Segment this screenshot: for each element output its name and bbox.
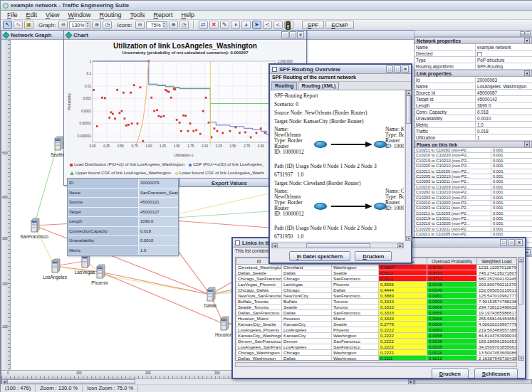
menu-window[interactable]: Window [64,11,94,18]
property-row[interactable]: Directed [414,51,532,57]
pie-chart-icon[interactable]: ◕ [241,21,251,29]
property-row[interactable]: Nameexample network [414,44,532,51]
traffic-light-icon[interactable] [284,21,293,29]
menu-view[interactable]: View [42,11,63,18]
scroll-up-icon[interactable]: ▲ [518,257,524,262]
print-button[interactable]: Drucken [432,369,469,378]
save-to-file-button[interactable]: In Datei speichern [289,251,351,261]
scroll-thumb[interactable] [518,262,523,304]
collapse-icon[interactable]: ▾ [524,142,530,147]
close-icon[interactable]: ✕ [402,65,409,73]
section-header-1[interactable]: Link properties▾ [414,70,532,77]
table-row[interactable]: Houston_MiamiHoustonMiami0,33330,0066255… [236,316,517,322]
graph-zoom-spinner[interactable]: 130%▲▼ [69,21,90,29]
tab-routing-xml-[interactable]: Routing (XML) [298,82,339,90]
menu-routing[interactable]: Routing [95,11,125,18]
compare-icon[interactable]: < [273,21,283,29]
table-row[interactable]: KansasCity_WashingtonKansasCityWashingto… [236,333,517,339]
table-row[interactable]: Dallas_SeattleDallasSeattle0,61110,97237… [236,270,517,276]
scroll-thumb[interactable] [406,95,411,124]
spf-button[interactable]: SPF [302,21,325,29]
close-button[interactable]: Schliessen [474,369,518,378]
print-button[interactable]: Drucken [355,251,392,261]
menu-help[interactable]: Help [177,11,198,18]
minimize-icon[interactable]: □ [386,65,393,73]
property-row[interactable]: NameLosAngeles_Washington [414,83,532,90]
table-row[interactable]: Buffalo_TorontoBuffaloToronto0,33330,000… [236,299,517,304]
table-row[interactable]: Chicago_DallasChicagoDallas0,44440,01401… [236,287,517,293]
close-icon[interactable]: ✕ [297,31,304,38]
scroll-right-icon[interactable]: ▶ [397,243,403,248]
maximize-icon[interactable]: □ [508,239,515,246]
property-row[interactable]: C10210 to C10203 (non-P2...0.001 [414,185,532,190]
column-header-weighted-load[interactable]: Weighted Load [477,258,517,265]
property-row[interactable]: C10210 to C10202 (non-P2...0.001 [414,201,532,206]
spinner-arrows-icon[interactable]: ▲▼ [85,22,90,28]
menu-file[interactable]: File [4,11,21,18]
property-row[interactable]: Unavailability0.0010 [414,115,532,122]
close-icon[interactable]: ✕ [516,239,523,246]
scroll-up-icon[interactable]: ▲ [406,90,412,95]
collapse-icon[interactable]: ▾ [524,70,530,76]
scroll-down-icon[interactable]: ▼ [406,236,412,241]
column-header-overload-probability[interactable]: Overload Probability [427,258,477,265]
swap-icon[interactable]: ⇄ [199,21,208,29]
links-horizontal-scrollbar[interactable] [235,362,517,367]
network-node-SanFrancisco[interactable]: SanFrancisco [13,218,56,239]
scroll-down-icon[interactable]: ▼ [518,356,524,361]
property-row[interactable]: C10203 to C10211 (non-P2...0.001 [414,206,532,211]
maximize-icon[interactable]: □ [394,65,401,73]
property-row[interactable]: C10220 to C10211 (non-P2...0.001 [414,227,532,232]
table-row[interactable]: LosAngeles_PhoenixLosAngelesPhoenix0,222… [236,327,517,333]
scroll-thumb[interactable] [306,243,370,248]
network-node-Phoenix[interactable]: Phoenix [78,264,121,285]
property-row[interactable]: C10211 to C10220 (non-P2...0.001 [414,169,532,174]
icons-zoom-out-button[interactable]: ⊖ [135,21,145,29]
add-link-tool-button[interactable]: ∿ [14,21,23,29]
share-icon[interactable]: ≺ [263,21,272,29]
property-row[interactable]: C10205 to C10211 (non-P2...0.001 [414,179,532,184]
directed-checkbox[interactable] [477,52,482,56]
graph-zoom-reset-button[interactable]: ◷ [103,21,112,29]
maximize-icon[interactable]: □ [526,31,531,36]
property-row[interactable]: Traffic0.018 [414,128,532,134]
minimize-icon[interactable]: □ [500,239,507,246]
property-row[interactable]: C10210 to C10205 (non-P2...0.001 [414,221,532,226]
collapse-icon[interactable]: ▾ [524,38,530,43]
ecmp-button[interactable]: ECMP [325,21,353,29]
property-row[interactable]: Source Id45000087 [414,90,532,96]
scroll-thumb[interactable] [7,379,135,384]
tab-routing[interactable]: Routing [271,82,297,90]
menu-tools[interactable]: Tools [126,11,148,18]
property-row[interactable]: C10205 to C10210 (non-P2...0.001 [414,174,532,179]
property-row[interactable]: Utilization1 [414,134,532,141]
network-node-Dallas[interactable]: Dallas [189,287,231,308]
property-row[interactable]: C10203 to C10210 (non-P2...0.001 [414,196,532,201]
property-row[interactable]: C10211 to C10202 (non-P2...0.001 [414,148,532,153]
scroll-left-icon[interactable]: ◀ [272,243,278,248]
property-row[interactable]: C10202 to C10210 (non-P2...0.001 [414,190,532,195]
graph-zoom-out-button[interactable]: ⊖ [58,21,68,29]
property-row[interactable]: Metric1.0 [414,122,532,128]
select-cursor-button[interactable]: ↖ [3,21,12,29]
table-row[interactable]: LasVegas_PhoenixLasVegasPhoenix0,55560,0… [236,282,517,287]
minimize-icon[interactable]: □ [281,31,288,38]
property-row[interactable]: Id20000063 [414,77,532,83]
table-row[interactable]: Seattle_TorontoSeattleToronto0,33330,006… [236,304,517,310]
icons-zoom-reset-button[interactable]: ◷ [179,21,189,29]
pointer-icon[interactable]: ➤ [252,21,261,29]
edit-icon[interactable]: ✎ [220,21,229,29]
section-header-2[interactable]: Flows on this link▾ [414,141,532,148]
spf-horizontal-scrollbar[interactable]: ◀ ▶ [271,243,404,248]
property-row[interactable]: C10219 to C10210 (non-P2...0.001 [414,159,532,164]
property-row[interactable]: C10220 to C10210 (non-P2...0.001 [414,164,532,169]
property-row[interactable]: Routing algorithmnSPF-Routing [414,63,532,70]
table-row[interactable]: Dallas_SanFranciscoDallasSanFrancisco0,3… [236,310,517,316]
table-row[interactable]: Chicago_SanFranciscoChicagoSanFrancisco0… [236,276,517,282]
spinner-arrows-icon[interactable]: ▲▼ [162,22,167,28]
spf-vertical-scrollbar[interactable]: ▲ ▼ [405,90,411,241]
icons-zoom-spinner[interactable]: 75%▲▼ [146,21,167,29]
graph-zoom-in-button[interactable]: ⊕ [92,21,101,29]
property-row[interactable]: C10210 to C10220 (non-P2...0.001 [414,153,532,158]
add-node-tool-button[interactable]: ▣ [24,21,33,29]
